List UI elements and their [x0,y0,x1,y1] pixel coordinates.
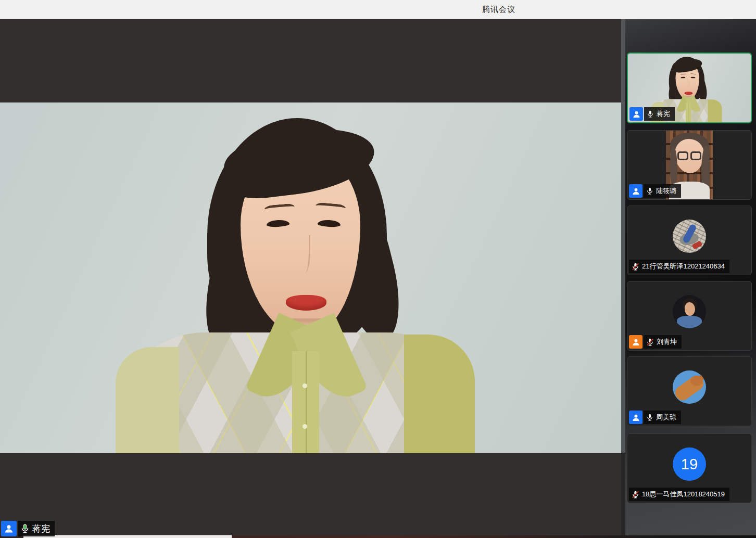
person-badge-icon [629,107,643,121]
main-video [0,103,621,453]
participant-name: 陆筱璐 [656,186,676,196]
mic-on-icon [646,413,654,421]
participant-avatar [673,295,706,328]
participant-avatar [673,370,706,404]
participant-avatar: 19 [673,447,706,481]
participants-sidebar: 蒋宪 [625,19,756,538]
mic-muted-icon [631,262,640,271]
participant-tile-jiangxian[interactable]: 蒋宪 [627,53,752,123]
stage-speaker-name: 蒋宪 [32,523,50,535]
mic-muted-icon [631,490,640,499]
person-badge-icon [1,521,17,536]
participant-name: 21行管吴昕泽12021240634 [642,262,725,271]
stage-speaker-label: 蒋宪 [1,521,55,536]
person-badge-icon [629,184,642,198]
bottom-window-edge [23,535,232,538]
mic-on-icon [646,110,654,118]
participant-tile-majiafeng[interactable]: 19 18思一马佳凤12018240519 [627,433,752,503]
main-stage [0,19,621,538]
participant-name: 18思一马佳凤12018240519 [642,490,725,499]
scrollbar-thumb[interactable] [621,19,625,453]
participant-avatar [673,220,706,253]
person-icon [632,110,641,119]
participant-tile-zhoumeiqiong[interactable]: 周美琼 [627,356,752,426]
person-icon [632,187,640,196]
title-bar: 腾讯会议 [0,0,756,19]
person-icon [632,338,640,347]
participant-tile-wuxinze[interactable]: 21行管吴昕泽12021240634 [627,206,752,275]
glasses-icon [677,151,688,160]
participant-tile-luxiaolu[interactable]: 陆筱璐 [627,130,752,200]
sidebar-scrollbar[interactable] [621,19,625,538]
participant-name: 蒋宪 [657,109,670,119]
mic-active-icon [20,523,30,534]
person-icon [632,413,640,422]
person-badge-icon [629,335,642,349]
window-title: 腾讯会议 [457,5,540,15]
mic-muted-icon [646,338,654,347]
person-badge-icon [629,411,642,424]
participant-name: 周美琼 [656,413,676,422]
participant-tile-liuqingkun[interactable]: 刘青坤 [627,281,752,351]
avatar-number: 19 [681,456,698,473]
mic-on-icon [646,187,654,195]
person-icon [4,523,14,534]
participant-name: 刘青坤 [657,337,677,347]
